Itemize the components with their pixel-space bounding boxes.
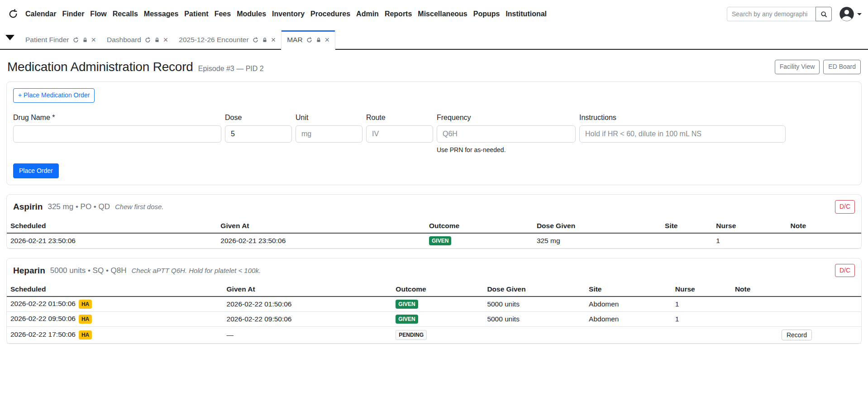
cell-scheduled: 2026-02-21 23:50:06 bbox=[7, 233, 218, 249]
frequency-input[interactable] bbox=[437, 125, 576, 143]
patient-search bbox=[727, 7, 832, 21]
medication-summary: 5000 units • SQ • Q8H bbox=[50, 266, 127, 275]
cell-nurse: 1 bbox=[713, 233, 787, 249]
outcome-badge: GIVEN bbox=[396, 315, 418, 324]
nav-item-patient[interactable]: Patient bbox=[184, 10, 208, 18]
route-input[interactable] bbox=[366, 125, 433, 143]
col-site: Site bbox=[662, 219, 713, 233]
cell-dose-given: 5000 units bbox=[484, 296, 586, 312]
dose-label: Dose bbox=[225, 114, 292, 122]
drug-name-field-group: Drug Name * bbox=[13, 114, 221, 143]
mar-row: 2026-02-22 01:50:06HA 2026-02-22 01:50:0… bbox=[7, 296, 861, 312]
tab-patient-finder[interactable]: Patient Finder × bbox=[20, 31, 101, 49]
cell-scheduled: 2026-02-22 09:50:06HA bbox=[7, 312, 224, 327]
nav-item-miscellaneous[interactable]: Miscellaneous bbox=[418, 10, 467, 18]
cell-outcome: GIVEN bbox=[393, 296, 484, 312]
close-icon[interactable]: × bbox=[163, 36, 168, 44]
nav-item-institutional[interactable]: Institutional bbox=[506, 10, 547, 18]
page-actions: Facility View ED Board bbox=[775, 60, 861, 74]
tab-dashboard[interactable]: Dashboard × bbox=[101, 31, 173, 49]
nav-item-flow[interactable]: Flow bbox=[90, 10, 106, 18]
cell-note: Record bbox=[732, 327, 861, 344]
col-given-at: Given At bbox=[224, 282, 393, 296]
nav-item-calendar[interactable]: Calendar bbox=[25, 10, 56, 18]
unit-input[interactable] bbox=[296, 125, 362, 143]
nav-item-finder[interactable]: Finder bbox=[62, 10, 84, 18]
nav-item-inventory[interactable]: Inventory bbox=[272, 10, 305, 18]
cell-given-at: 2026-02-22 01:50:06 bbox=[224, 296, 393, 312]
instructions-input[interactable] bbox=[579, 125, 786, 143]
col-outcome: Outcome bbox=[393, 282, 484, 296]
nav-item-fees[interactable]: Fees bbox=[215, 10, 231, 18]
refresh-icon[interactable] bbox=[253, 37, 258, 43]
search-button[interactable] bbox=[816, 7, 832, 21]
col-note: Note bbox=[732, 282, 861, 296]
tab-mar[interactable]: MAR × bbox=[281, 30, 335, 50]
cell-scheduled: 2026-02-22 17:50:06HA bbox=[7, 327, 224, 344]
col-dose-given: Dose Given bbox=[534, 219, 662, 233]
col-site: Site bbox=[586, 282, 672, 296]
cell-nurse bbox=[672, 327, 732, 344]
ed-board-button[interactable]: ED Board bbox=[823, 60, 861, 74]
lock-icon[interactable] bbox=[82, 37, 88, 43]
medication-card-aspirin: Aspirin 325 mg • PO • QD Chew first dose… bbox=[6, 194, 862, 249]
search-input[interactable] bbox=[727, 7, 816, 21]
dose-input[interactable] bbox=[225, 125, 292, 143]
top-navigation: Calendar Finder Flow Recalls Messages Pa… bbox=[0, 0, 868, 28]
facility-view-button[interactable]: Facility View bbox=[775, 60, 820, 74]
dose-field-group: Dose bbox=[225, 114, 292, 143]
tab-label: Dashboard bbox=[107, 36, 141, 44]
refresh-icon[interactable] bbox=[145, 37, 151, 43]
user-menu[interactable] bbox=[839, 6, 862, 22]
scheduled-time: 2026-02-22 01:50:06 bbox=[10, 300, 76, 307]
place-medication-order-button[interactable]: + Place Medication Order bbox=[13, 88, 95, 103]
nav-item-admin[interactable]: Admin bbox=[356, 10, 379, 18]
refresh-icon[interactable] bbox=[73, 37, 79, 43]
cell-nurse: 1 bbox=[672, 296, 732, 312]
col-nurse: Nurse bbox=[713, 219, 787, 233]
col-dose-given: Dose Given bbox=[484, 282, 586, 296]
mar-page: Medication Administration Record Episode… bbox=[0, 50, 868, 344]
mar-table-heparin: Scheduled Given At Outcome Dose Given Si… bbox=[7, 282, 861, 344]
medication-summary: 325 mg • PO • QD bbox=[48, 202, 110, 211]
outcome-badge: GIVEN bbox=[429, 236, 451, 245]
discontinue-button[interactable]: D/C bbox=[835, 200, 855, 214]
cell-nurse: 1 bbox=[672, 312, 732, 327]
tab-encounter[interactable]: 2025-12-26 Encounter × bbox=[173, 31, 281, 49]
cell-note bbox=[732, 312, 861, 327]
nav-item-modules[interactable]: Modules bbox=[237, 10, 266, 18]
nav-item-reports[interactable]: Reports bbox=[385, 10, 412, 18]
tab-label: Patient Finder bbox=[25, 36, 69, 44]
tab-label: MAR bbox=[287, 36, 302, 44]
place-order-button[interactable]: Place Order bbox=[13, 163, 59, 179]
medication-card-heparin: Heparin 5000 units • SQ • Q8H Check aPTT… bbox=[6, 258, 862, 344]
cell-site: Abdomen bbox=[586, 296, 672, 312]
refresh-icon[interactable] bbox=[306, 37, 312, 43]
nav-item-procedures[interactable]: Procedures bbox=[310, 10, 350, 18]
col-scheduled: Scheduled bbox=[7, 219, 218, 233]
close-icon[interactable]: × bbox=[91, 36, 96, 44]
refresh-icon bbox=[8, 9, 18, 19]
record-administration-button[interactable]: Record bbox=[782, 330, 812, 340]
lock-icon[interactable] bbox=[154, 37, 160, 43]
mar-row: 2026-02-22 09:50:06HA 2026-02-22 09:50:0… bbox=[7, 312, 861, 327]
instructions-label: Instructions bbox=[579, 114, 786, 122]
col-given-at: Given At bbox=[218, 219, 426, 233]
nav-item-messages[interactable]: Messages bbox=[144, 10, 179, 18]
lock-icon[interactable] bbox=[316, 37, 321, 43]
tab-list-caret-icon[interactable] bbox=[5, 35, 14, 40]
close-icon[interactable]: × bbox=[271, 36, 276, 44]
close-icon[interactable]: × bbox=[325, 36, 330, 44]
topnav-right bbox=[727, 6, 862, 22]
main-menu: Calendar Finder Flow Recalls Messages Pa… bbox=[25, 10, 547, 18]
col-note: Note bbox=[788, 219, 861, 233]
nav-item-recalls[interactable]: Recalls bbox=[113, 10, 138, 18]
cell-site: Abdomen bbox=[586, 312, 672, 327]
sync-button[interactable] bbox=[6, 7, 20, 21]
drug-name-input[interactable] bbox=[13, 125, 221, 143]
nav-item-popups[interactable]: Popups bbox=[473, 10, 500, 18]
lock-icon[interactable] bbox=[262, 37, 267, 43]
col-scheduled: Scheduled bbox=[7, 282, 224, 296]
discontinue-button[interactable]: D/C bbox=[835, 264, 855, 277]
tab-label: 2025-12-26 Encounter bbox=[179, 36, 248, 44]
